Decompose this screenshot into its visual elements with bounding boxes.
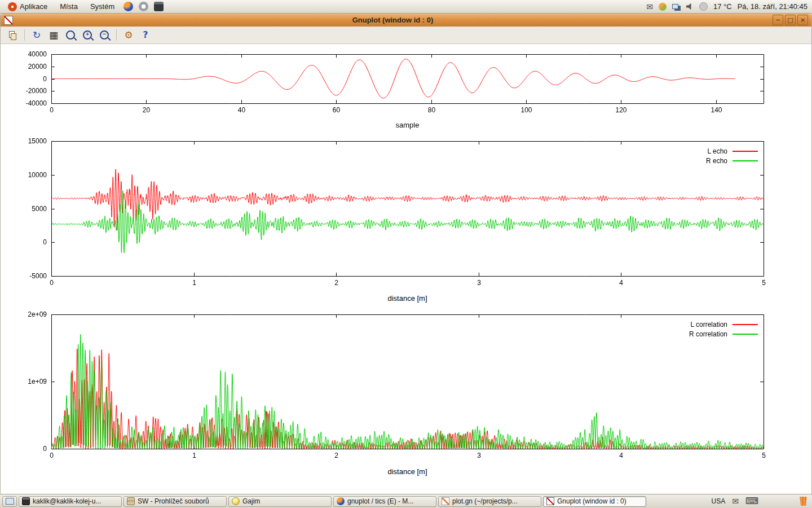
legend-entry: L echo	[706, 146, 758, 156]
configure-button[interactable]: ⚙	[121, 28, 136, 42]
terminal-icon	[22, 497, 30, 505]
trash-applet-icon[interactable]	[799, 497, 807, 506]
chart-echo-legend: L echoR echo	[706, 146, 758, 165]
task-firefox[interactable]: gnuplot / tics (E) - M...	[333, 496, 436, 507]
toolbar: ↻ ▦ + − ⚙ ?	[1, 27, 811, 44]
gajim-icon	[232, 497, 240, 505]
task-label: kaklik@kaklik-kolej-u...	[33, 497, 102, 505]
legend-label: R echo	[706, 157, 727, 165]
plus-sign: +	[84, 31, 91, 37]
menu-system-label: Systém	[90, 2, 114, 11]
grid-button[interactable]: ▦	[46, 28, 61, 42]
zoom-previous-icon	[66, 30, 75, 40]
window-title: Gnuplot (window id : 0)	[13, 16, 773, 24]
chart-echo-canvas[interactable]	[1, 138, 811, 291]
clock[interactable]: Pá, 18. září, 21:40:45	[738, 2, 807, 11]
menu-places[interactable]: Místa	[56, 0, 81, 13]
help-launcher-icon[interactable]	[139, 2, 148, 11]
legend-entry: L correlation	[689, 319, 758, 329]
titlebar[interactable]: Gnuplot (window id : 0) − □ ×	[1, 14, 811, 27]
legend-line-sample	[732, 334, 758, 335]
menu-places-label: Místa	[60, 2, 78, 11]
volume-icon[interactable]	[686, 3, 694, 10]
chart-signal-canvas[interactable]	[1, 50, 811, 123]
show-desktop-icon	[6, 498, 14, 505]
replot-button[interactable]: ↻	[29, 28, 44, 42]
text-editor-icon	[442, 497, 449, 505]
menu-system[interactable]: Systém	[87, 0, 118, 13]
task-label: Gajim	[242, 497, 260, 505]
close-button[interactable]: ×	[797, 15, 808, 25]
legend-entry: R correlation	[689, 329, 758, 339]
legend-line-sample	[732, 324, 758, 325]
updates-icon[interactable]	[659, 3, 667, 11]
task-gajim[interactable]: Gajim	[228, 496, 332, 507]
legend-label: L correlation	[690, 321, 727, 329]
legend-label: R correlation	[689, 330, 727, 338]
gnuplot-window-icon	[4, 16, 13, 25]
help-button[interactable]: ?	[138, 28, 153, 42]
zoom-in-icon: +	[83, 30, 92, 40]
task-terminal[interactable]: kaklik@kaklik-kolej-u...	[19, 496, 122, 507]
chart-correlation-xlabel: distance [m]	[51, 467, 764, 476]
file-browser-icon	[127, 497, 135, 505]
help-icon: ?	[143, 30, 148, 40]
zoom-previous-button[interactable]	[63, 28, 78, 42]
zoom-out-button[interactable]: −	[97, 28, 112, 42]
zoom-in-button[interactable]: +	[80, 28, 95, 42]
configure-icon: ⚙	[124, 30, 133, 40]
firefox-icon	[337, 497, 345, 505]
task-file-browser[interactable]: SW - Prohlížeč souborů	[123, 496, 227, 507]
show-desktop-button[interactable]	[2, 496, 17, 507]
chart-correlation-legend: L correlationR correlation	[689, 319, 758, 339]
replot-icon: ↻	[33, 30, 41, 40]
menu-applications[interactable]: Aplikace	[5, 0, 51, 13]
task-label: plot.gn (~/projects/p...	[452, 497, 518, 505]
task-gnuplot[interactable]: Gnuplot (window id : 0)	[543, 496, 646, 507]
terminal-launcher-icon[interactable]	[154, 2, 164, 11]
plot-area: sample L echoR echo distance [m] L corre…	[1, 44, 811, 494]
task-label: SW - Prohlížeč souborů	[138, 497, 209, 505]
legend-line-sample	[732, 151, 758, 152]
legend-entry: R echo	[706, 156, 758, 165]
legend-line-sample	[732, 160, 758, 161]
minus-sign: −	[101, 31, 108, 37]
weather-icon	[699, 2, 708, 11]
taskbar: kaklik@kaklik-kolej-u... SW - Prohlížeč …	[0, 494, 812, 508]
gnuplot-window: Gnuplot (window id : 0) − □ × ↻ ▦ +	[0, 14, 812, 494]
ubuntu-logo-icon	[8, 2, 17, 11]
keyboard-layout-indicator[interactable]: USA	[711, 497, 725, 505]
temperature-label: 17 °C	[713, 2, 732, 11]
gnuplot-icon	[546, 497, 554, 505]
maximize-button[interactable]: □	[785, 15, 796, 25]
minimize-button[interactable]: −	[773, 15, 783, 25]
firefox-launcher-icon[interactable]	[123, 2, 133, 11]
task-label: Gnuplot (window id : 0)	[557, 497, 626, 505]
mail-icon[interactable]: ✉	[646, 3, 653, 11]
menu-applications-label: Aplikace	[20, 2, 47, 11]
network-icon[interactable]	[672, 4, 678, 9]
toolbar-separator	[116, 29, 117, 41]
task-label: gnuplot / tics (E) - M...	[347, 497, 413, 505]
task-text-editor[interactable]: plot.gn (~/projects/p...	[438, 496, 541, 507]
grid-icon: ▦	[49, 30, 58, 40]
copy-icon	[9, 31, 16, 40]
copy-button[interactable]	[5, 28, 20, 42]
chart-signal-xlabel: sample	[51, 121, 764, 129]
keyboard-indicator-icon[interactable]: ⌨	[745, 497, 758, 506]
desktop: Aplikace Místa Systém ✉ 17 °C Pá, 18. zá…	[0, 0, 812, 508]
toolbar-separator	[24, 29, 25, 41]
chart-echo-xlabel: distance [m]	[51, 294, 764, 303]
legend-label: L echo	[707, 147, 727, 155]
mail-tray-icon[interactable]: ✉	[732, 497, 739, 505]
zoom-out-icon: −	[100, 30, 109, 40]
top-panel: Aplikace Místa Systém ✉ 17 °C Pá, 18. zá…	[0, 0, 812, 14]
